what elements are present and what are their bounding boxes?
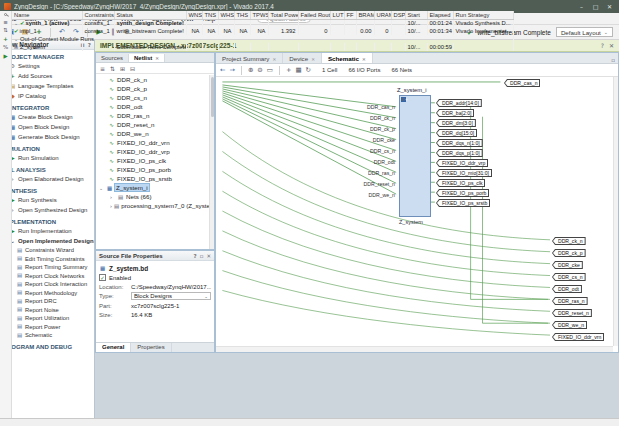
run-name-cell: Z_system — [12, 43, 82, 51]
percent-icon[interactable] — [3, 44, 8, 50]
cell: 0.00 — [356, 27, 374, 35]
column-header[interactable]: Total Power — [268, 11, 298, 19]
cell: 00:00:59 — [427, 43, 453, 51]
filter-icon[interactable] — [3, 19, 8, 25]
column-header[interactable]: Status — [114, 11, 186, 19]
play-icon[interactable] — [3, 53, 7, 59]
column-header[interactable]: Run Strategy — [453, 11, 513, 19]
column-header[interactable]: Start — [405, 11, 427, 19]
run-name-cell: impl_1 — [12, 27, 82, 35]
cell — [298, 43, 330, 51]
cell — [250, 19, 268, 27]
cell — [82, 43, 114, 51]
column-header[interactable]: Failed Routes — [298, 11, 330, 19]
column-header[interactable]: URAM — [374, 11, 391, 19]
run-name: Z_system — [20, 44, 45, 50]
cell — [391, 43, 405, 51]
cell: Submodule Runs Complete — [114, 43, 186, 51]
cell — [186, 19, 202, 27]
cell: 00:01:24 — [427, 19, 453, 27]
cell: synth_design Complete! — [114, 19, 186, 27]
column-header[interactable]: THS — [234, 11, 250, 19]
cell — [374, 19, 391, 27]
sort-icon[interactable] — [3, 27, 8, 33]
success-icon — [14, 28, 19, 34]
cell: 00:01:34 — [427, 27, 453, 35]
column-header[interactable]: TNS — [202, 11, 218, 19]
cell — [234, 43, 250, 51]
minimize-icon[interactable] — [576, 3, 587, 10]
cell — [330, 43, 344, 51]
run-row[interactable]: synth_1 (active) constrs_1 synth_design … — [12, 19, 513, 27]
column-header[interactable]: DSP — [391, 11, 405, 19]
cell — [268, 19, 298, 27]
vivado-logo-icon — [4, 3, 11, 10]
cell — [202, 43, 218, 51]
cell — [391, 19, 405, 27]
cell — [453, 43, 513, 51]
cell — [344, 19, 356, 27]
cell — [298, 19, 330, 27]
cell: NA — [186, 27, 202, 35]
column-header[interactable]: TPWS — [250, 11, 268, 19]
cell — [186, 43, 202, 51]
cell — [202, 19, 218, 27]
cell: 0 — [374, 27, 391, 35]
design-runs-toolbar — [0, 11, 12, 425]
column-header[interactable]: LUT — [330, 11, 344, 19]
cell — [330, 27, 344, 35]
cell: 10/... — [405, 19, 427, 27]
status-bar — [0, 418, 619, 426]
run-row[interactable]: Z_system Submodule Runs Complete 10/. — [12, 43, 513, 51]
cell — [234, 19, 250, 27]
success-icon — [20, 20, 25, 26]
cell: 10/... — [405, 27, 427, 35]
cell — [330, 19, 344, 27]
run-row[interactable]: impl_1 constrs_1 write_bitstream Complet… — [12, 27, 513, 35]
add-icon[interactable] — [3, 36, 8, 42]
cell — [344, 43, 356, 51]
cell: 1.392 — [268, 27, 298, 35]
column-header[interactable]: WHS — [218, 11, 234, 19]
close-icon[interactable] — [604, 3, 615, 10]
cell: 10/... — [405, 43, 427, 51]
search-icon[interactable] — [4, 13, 7, 16]
cell — [374, 43, 391, 51]
cell: constrs_1 — [82, 27, 114, 35]
cell — [218, 19, 234, 27]
design-runs-table: NameConstraintsStatusWNSTNSWHSTHSTPWSTot… — [12, 11, 514, 51]
cell: NA — [218, 27, 234, 35]
column-header[interactable]: Elapsed — [427, 11, 453, 19]
cell: Vivado Implementat... — [453, 27, 513, 35]
run-name: synth_1 (active) — [26, 20, 70, 26]
group-name-cell: Out-of-Context Module Runs — [12, 35, 513, 43]
cell: 0 — [298, 27, 330, 35]
run-name: impl_1 — [20, 28, 37, 34]
cell — [356, 19, 374, 27]
cell — [344, 27, 356, 35]
cell: NA — [250, 27, 268, 35]
cell: NA — [234, 27, 250, 35]
cell: constrs_1 — [82, 19, 114, 27]
cell — [391, 27, 405, 35]
maximize-icon[interactable] — [590, 3, 601, 10]
column-header[interactable]: Constraints — [82, 11, 114, 19]
cell: Vivado Synthesis D... — [453, 19, 513, 27]
group-name: Out-of-Context Module Runs — [20, 36, 94, 42]
window-title: ZynqDesign - [C:/Speedway/ZynqHW/2017_4/… — [14, 3, 573, 10]
cell — [268, 43, 298, 51]
column-header[interactable]: Name — [12, 11, 82, 19]
column-header[interactable]: BRAMs — [356, 11, 374, 19]
cell — [250, 43, 268, 51]
cell — [356, 43, 374, 51]
cell — [218, 43, 234, 51]
column-header[interactable]: WNS — [186, 11, 202, 19]
run-name-cell: synth_1 (active) — [12, 19, 82, 27]
cell: NA — [202, 27, 218, 35]
column-header[interactable]: FF — [344, 11, 356, 19]
cell: write_bitstream Complete! — [114, 27, 186, 35]
design-runs-table-area: NameConstraintsStatusWNSTNSWHSTHSTPWSTot… — [12, 11, 619, 419]
run-group-row[interactable]: Out-of-Context Module Runs — [12, 35, 513, 43]
